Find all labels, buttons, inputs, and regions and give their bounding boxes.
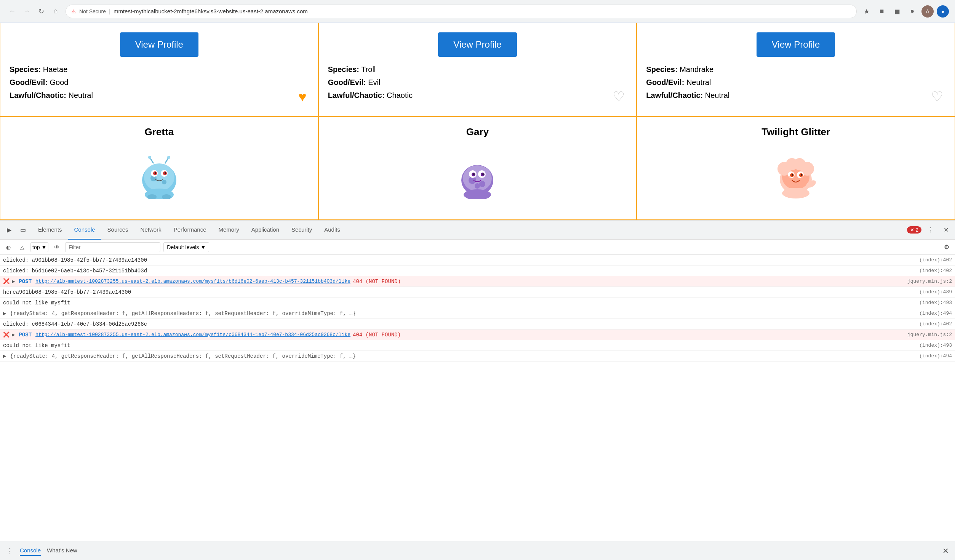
svg-point-20 [479,181,485,187]
device-toggle-button[interactable]: ▭ [17,224,29,236]
svg-point-9 [165,172,166,174]
expand-arrow-3[interactable]: ▶ [12,331,15,338]
user-avatar[interactable]: A [921,5,934,18]
devtools-close-button[interactable]: ✕ [940,224,952,236]
tab-network[interactable]: Network [134,221,168,240]
console-ref-5[interactable]: (index):493 [919,300,952,306]
expand-arrow-2[interactable]: ▶ [3,310,6,317]
card-bottom-1: Gretta [0,117,318,220]
tab-application[interactable]: Application [245,221,285,240]
console-line-7: clicked: c0684344-1eb7-40e7-b334-06d25ac… [0,319,955,330]
devtools-bottom-close[interactable]: ✕ [942,546,949,555]
svg-point-27 [482,173,484,175]
console-ref-1[interactable]: (index):402 [919,257,952,263]
heart-icon-2[interactable]: ♡ [613,89,625,105]
reload-button[interactable]: ↻ [35,5,47,18]
console-ref-7[interactable]: (index):402 [919,321,952,327]
tab-memory[interactable]: Memory [213,221,245,240]
error-url-1[interactable]: http://alb-mmtest-1002873255.us-east-2.e… [35,278,350,284]
address-bar[interactable]: ⚠ Not Secure | mmtest-mythicalbucket-2mf… [66,5,857,18]
browser-actions: ★ ■ ◼ ● A ● [861,5,949,18]
cards-grid: View Profile Species: Haetae Good/Evil: … [0,23,955,220]
console-line-1: clicked: a901bb08-1985-42f5-bb77-27439ac… [0,255,955,266]
error-count: 2 [916,227,918,233]
status-404-2: 404 (NOT FOUND) [353,332,401,338]
expandable-obj-2: {readyState: 4, getResponseHeader: f, ge… [10,353,355,359]
svg-point-8 [155,172,156,174]
species-value-3: Mandrake [680,65,713,74]
species-value-1: Haetae [43,65,68,74]
error-url-2[interactable]: http://alb-mmtest-1002873255.us-east-2.e… [35,332,350,338]
svg-point-43 [782,188,809,198]
context-selector[interactable]: top ▼ [30,242,48,252]
tab-audits[interactable]: Audits [318,221,346,240]
inspect-element-button[interactable]: ▶ [3,224,15,236]
svg-point-1 [144,163,174,191]
expand-arrow-4[interactable]: ▶ [3,353,6,359]
console-settings-button[interactable]: ⚙ [941,242,952,253]
card-bottom-name-1: Gretta [145,126,174,138]
status-404-1: 404 (NOT FOUND) [353,278,401,285]
svg-point-11 [148,156,151,159]
heart-icon-1[interactable]: ♥ [298,89,306,105]
console-text-7: clicked: c0684344-1eb7-40e7-b334-06d25ac… [3,321,147,327]
console-ref-8[interactable]: jquery.min.js:2 [907,332,952,338]
home-button[interactable]: ⌂ [50,5,62,18]
card-bottom-name-3: Twilight Glitter [761,126,830,138]
svg-point-39 [792,174,793,176]
heart-icon-3[interactable]: ♡ [931,89,943,105]
card-bottom-name-2: Gary [466,126,489,138]
species-value-2: Troll [361,65,376,74]
console-ref-9[interactable]: (index):493 [919,342,952,348]
good-evil-value-2: Evil [368,78,380,86]
levels-selector[interactable]: Default levels ▼ [163,242,209,252]
console-ref-2[interactable]: (index):402 [919,268,952,274]
svg-point-42 [801,176,807,182]
clear-console-button[interactable]: ◐ [3,242,14,253]
extension3-button[interactable]: ● [906,5,918,18]
view-profile-button-1[interactable]: View Profile [120,32,198,57]
console-text-2: clicked: b6d16e02-6aeb-413c-b457-321151b… [3,268,147,274]
bottom-tab-console[interactable]: Console [20,546,41,556]
forward-button[interactable]: → [21,5,33,18]
svg-point-40 [801,174,802,176]
tab-elements[interactable]: Elements [32,221,68,240]
profile-icon[interactable]: ● [937,5,949,18]
card-1: View Profile Species: Haetae Good/Evil: … [0,23,318,117]
console-filter-input[interactable] [65,242,160,252]
console-output: clicked: a901bb08-1985-42f5-bb77-27439ac… [0,255,955,541]
console-ref-6[interactable]: (index):494 [919,310,952,316]
levels-label: Default levels [167,244,199,250]
console-ref-10[interactable]: (index):494 [919,353,952,359]
back-button[interactable]: ← [6,5,18,18]
bottom-tab-whats-new[interactable]: What's New [47,546,77,556]
console-ref-3[interactable]: jquery.min.js:2 [907,278,952,284]
post-label-1: POST [19,278,32,285]
eye-button[interactable]: 👁 [51,242,62,253]
species-label-1: Species: [10,65,41,74]
good-evil-value-1: Good [50,78,69,86]
console-text-5: could not like mysfit [3,300,70,306]
bottom-menu-icon[interactable]: ⋮ [6,546,14,555]
view-profile-button-3[interactable]: View Profile [757,32,835,57]
tab-security[interactable]: Security [285,221,318,240]
expand-arrow-1[interactable]: ▶ [12,278,15,285]
card-bottom-3: Twilight Glitter [637,117,955,220]
tab-sources[interactable]: Sources [101,221,134,240]
not-secure-label: Not Secure [79,8,106,14]
console-ref-4[interactable]: (index):489 [919,289,952,295]
lawful-chaotic-value-3: Neutral [705,91,729,99]
extension2-button[interactable]: ◼ [891,5,903,18]
good-evil-label-1: Good/Evil: [10,78,48,86]
chevron-down-icon: ▼ [41,244,46,250]
tab-console[interactable]: Console [68,221,101,240]
console-text-4: herea901bb08-1985-42f5-bb77-27439ac14300 [3,289,131,295]
devtools-more-button[interactable]: ⋮ [925,224,937,236]
creature-gretta [129,144,190,205]
bookmark-button[interactable]: ★ [861,5,873,18]
filter-toggle-button[interactable]: △ [17,242,27,253]
view-profile-button-2[interactable]: View Profile [438,32,517,57]
tab-performance[interactable]: Performance [168,221,213,240]
devtools-panel: ▶ ▭ Elements Console Sources Network Per… [0,220,955,560]
extension1-button[interactable]: ■ [876,5,888,18]
